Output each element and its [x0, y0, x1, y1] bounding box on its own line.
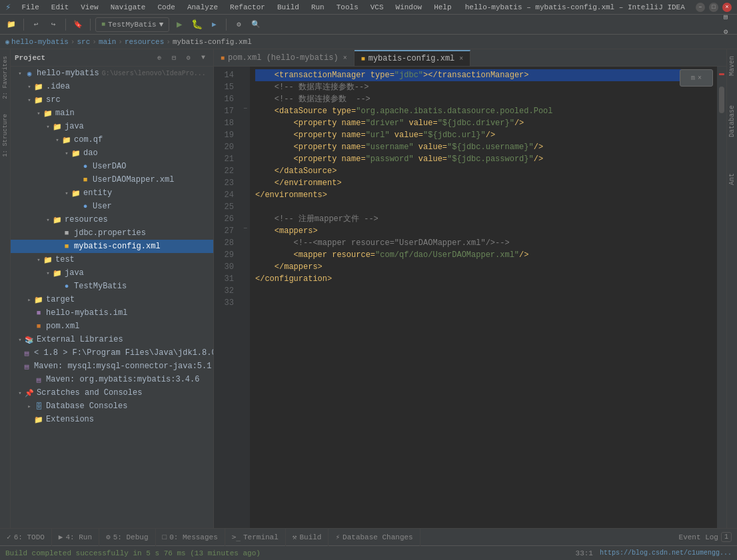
sidebar-icon-collapse[interactable]: ⊟	[168, 52, 180, 64]
tree-arrow[interactable]: ▾	[35, 109, 43, 117]
tree-arrow[interactable]: ▾	[16, 69, 24, 77]
tree-item[interactable]: ▾ 📁 java	[11, 120, 213, 133]
tree-item[interactable]: ■ pom.xml	[11, 320, 213, 333]
tree-item[interactable]: ▤ < 1.8 > F:\Program Files\Java\jdk1.8.0…	[11, 346, 213, 360]
run-button[interactable]: ▶	[172, 17, 187, 32]
menu-help[interactable]: Help	[431, 2, 454, 13]
tree-item[interactable]: ▸ 🗄 Database Consoles	[11, 400, 213, 413]
run-config-dropdown[interactable]: ■ TestMyBatis ▼	[95, 17, 169, 32]
bottom-tab-terminal[interactable]: >_ Terminal	[225, 529, 286, 546]
menu-vcs[interactable]: VCS	[368, 2, 386, 13]
right-tab-ant[interactable]: Ant	[727, 169, 738, 189]
tree-item[interactable]: ■ jdbc.properties	[11, 226, 213, 240]
tree-arrow[interactable]: ▾	[44, 216, 52, 224]
tab-close-mybatis[interactable]: ×	[459, 55, 463, 63]
right-tab-database[interactable]: Database	[727, 101, 738, 141]
menu-window[interactable]: Window	[393, 2, 425, 13]
tree-item[interactable]: ▾ 📁 resources	[11, 213, 213, 226]
tree-item[interactable]: ▾ 📚 External Libraries	[11, 333, 213, 346]
toolbar-layout-icon[interactable]: ⊞	[718, 10, 733, 25]
tree-arrow[interactable]: ▾	[63, 149, 71, 157]
tree-item[interactable]: ● TestMyBatis	[11, 280, 213, 293]
bottom-tab-build[interactable]: ⚒ Build	[286, 529, 329, 546]
tree-arrow[interactable]: ▸	[25, 296, 33, 304]
tree-item[interactable]: ▸ 📁 target	[11, 293, 213, 306]
nav-src[interactable]: src	[77, 38, 90, 46]
bottom-tab-todo[interactable]: ✓ 6: TODO	[0, 529, 52, 546]
toolbar-settings-icon[interactable]: ⚙	[231, 17, 246, 32]
tree-item[interactable]: ▾ 📁 main	[11, 107, 213, 120]
tree-item[interactable]: ▾ ◉ hello-mybatis G:\Users\lenovo\IdeaPr…	[11, 67, 213, 80]
sidebar-icon-settings[interactable]: ⚙	[183, 52, 195, 64]
tree-item[interactable]: ▾ 📁 .idea	[11, 80, 213, 93]
sidebar-icon-localize[interactable]: ⊕	[153, 52, 165, 64]
menu-edit[interactable]: Edit	[49, 2, 71, 13]
tree-item[interactable]: ■ hello-mybatis.iml	[11, 306, 213, 320]
notification-popup[interactable]: m ×	[680, 69, 713, 87]
tree-arrow[interactable]: ▾	[44, 123, 52, 131]
tree-item[interactable]: ■ mybatis-config.xml	[11, 240, 213, 253]
nav-project[interactable]: hello-mybatis	[11, 38, 69, 46]
tree-arrow[interactable]: ▾	[44, 269, 52, 277]
nav-main[interactable]: main	[99, 38, 116, 46]
tree-item[interactable]: ▾ 📁 java	[11, 266, 213, 280]
tree-arrow[interactable]: ▾	[35, 256, 43, 264]
event-log-label[interactable]: Event Log	[679, 533, 718, 541]
maximize-button[interactable]: □	[709, 3, 718, 12]
editor-scrollbar[interactable]	[717, 67, 726, 528]
menu-analyze[interactable]: Analyze	[185, 2, 221, 13]
tab-mybatis[interactable]: ■ mybatis-config.xml ×	[355, 50, 471, 66]
nav-resources[interactable]: resources	[125, 38, 164, 46]
tree-arrow[interactable]: ▾	[63, 189, 71, 197]
tree-item[interactable]: ▤ Maven: org.mybatis:mybatis:3.4.6	[11, 373, 213, 386]
right-tab-maven[interactable]: Maven	[727, 52, 738, 80]
tree-arrow[interactable]: ▸	[25, 402, 33, 410]
scrollbar-thumb[interactable]	[719, 87, 724, 113]
tree-arrow[interactable]: ▾	[25, 83, 33, 91]
tree-arrow[interactable]: ▾	[16, 336, 24, 344]
toolbar-folder-icon[interactable]: 📁	[4, 17, 19, 32]
fold-gutter-item[interactable]: −	[241, 103, 250, 115]
tree-item[interactable]: ● User	[11, 200, 213, 213]
toolbar-gear-icon[interactable]: ⚙	[718, 25, 733, 39]
toolbar-bookmark-icon[interactable]: 🔖	[71, 17, 85, 32]
menu-build[interactable]: Build	[275, 2, 302, 13]
bottom-tab-messages[interactable]: □ 0: Messages	[156, 529, 225, 546]
tree-item[interactable]: ▾ 📁 src	[11, 93, 213, 107]
menu-file[interactable]: File	[19, 2, 41, 13]
csdn-url[interactable]: https://blog.csdn.net/c1umengg...	[600, 549, 732, 557]
coverage-button[interactable]: ▶	[207, 17, 221, 32]
tree-item[interactable]: ▾ 📁 com.qf	[11, 133, 213, 146]
tree-item[interactable]: ■ UserDAOMapper.xml	[11, 173, 213, 186]
menu-tools[interactable]: Tools	[334, 2, 361, 13]
tree-item[interactable]: ▾ 📁 dao	[11, 146, 213, 160]
menu-refactor[interactable]: Refactor	[227, 2, 268, 13]
toolbar-search-icon[interactable]: 🔍	[249, 17, 263, 32]
tab-pom[interactable]: ■ pom.xml (hello-mybatis) ×	[214, 50, 355, 66]
tree-item[interactable]: ▾ 📁 entity	[11, 186, 213, 200]
tab-close-pom[interactable]: ×	[343, 55, 347, 62]
bottom-tab-debug[interactable]: ⚙ 5: Debug	[99, 529, 155, 546]
menu-view[interactable]: View	[78, 2, 101, 13]
menu-navigate[interactable]: Navigate	[108, 2, 149, 13]
tree-item[interactable]: ▤ Maven: mysql:mysql-connector-java:5.1.…	[11, 360, 213, 373]
debug-button[interactable]: 🐛	[189, 17, 204, 32]
code-editor[interactable]: <transactionManager type="jdbc"></transa…	[250, 67, 717, 528]
notification-close[interactable]: ×	[698, 75, 702, 82]
fold-gutter-item[interactable]: −	[241, 222, 250, 234]
toolbar-redo-icon[interactable]: ↪	[46, 17, 61, 32]
toolbar-undo-icon[interactable]: ↩	[29, 17, 43, 32]
menu-code[interactable]: Code	[155, 2, 177, 13]
editor-content[interactable]: 1415161718192021222324252627282930313233…	[214, 67, 726, 528]
tree-arrow[interactable]: ▾	[16, 389, 24, 397]
sidebar-icon-gear[interactable]: ▼	[197, 52, 209, 64]
tree-item[interactable]: ● UserDAO	[11, 160, 213, 173]
menu-run[interactable]: Run	[309, 2, 327, 13]
tree-item[interactable]: ▾ 📌 Scratches and Consoles	[11, 386, 213, 400]
minimize-button[interactable]: –	[696, 3, 705, 12]
tree-item[interactable]: ▾ 📁 test	[11, 253, 213, 266]
bottom-tab-run[interactable]: ▶ 4: Run	[52, 529, 99, 546]
left-tab-favorites[interactable]: 2: Favorites	[1, 52, 10, 103]
left-tab-structure[interactable]: 1: Structure	[1, 110, 10, 161]
tree-arrow[interactable]: ▾	[53, 136, 61, 144]
